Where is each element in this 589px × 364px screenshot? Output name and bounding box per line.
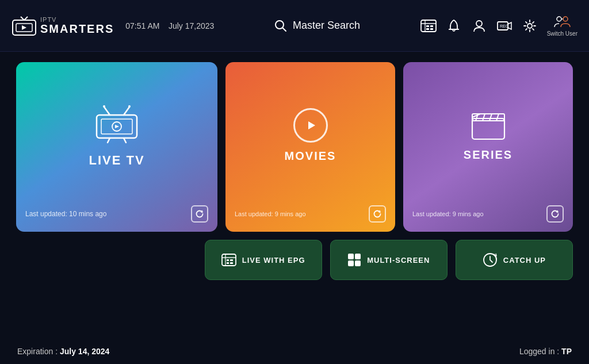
svg-line-27 [124, 107, 129, 115]
series-refresh-button[interactable] [546, 205, 564, 223]
movies-card[interactable]: MOVIES Last updated: 9 mins ago [225, 62, 395, 232]
search-icon [274, 20, 287, 32]
svg-line-6 [282, 28, 286, 31]
live-tv-card[interactable]: LIVE TV Last updated: 10 mins ago [16, 62, 217, 232]
svg-rect-10 [426, 25, 429, 27]
multi-screen-icon [347, 253, 361, 267]
svg-point-21 [563, 17, 568, 21]
live-epg-button[interactable]: LIVE WITH EPG [205, 240, 322, 280]
footer: Expiration : July 14, 2024 Logged in : T… [0, 338, 589, 364]
svg-line-37 [483, 114, 485, 121]
svg-point-20 [557, 17, 561, 21]
svg-point-28 [128, 105, 131, 108]
svg-marker-30 [115, 125, 119, 128]
switch-user-label: Switch User [547, 30, 577, 37]
svg-rect-51 [355, 260, 361, 266]
search-label: Master Search [293, 20, 360, 32]
svg-rect-50 [348, 260, 354, 266]
main-content: LIVE TV Last updated: 10 mins ago [0, 52, 589, 279]
svg-line-38 [489, 114, 492, 121]
epg-icon[interactable] [420, 18, 437, 34]
live-epg-label: LIVE WITH EPG [242, 256, 305, 265]
svg-rect-45 [230, 259, 233, 261]
switch-user-button[interactable]: Switch User [547, 14, 577, 37]
logo-area: IPTV SMARTERS [12, 16, 114, 36]
svg-rect-11 [430, 25, 433, 27]
user-icon[interactable] [471, 18, 487, 34]
expiration-text: Expiration : July 14, 2024 [17, 347, 109, 356]
live-tv-label: LIVE TV [89, 153, 144, 168]
svg-rect-12 [426, 28, 429, 30]
logo-smarters: SMARTERS [40, 23, 114, 35]
bottom-buttons-row: LIVE WITH EPG MULTI-SCREEN [205, 240, 573, 279]
record-icon[interactable]: REC [496, 18, 512, 34]
svg-rect-47 [230, 262, 233, 264]
live-tv-refresh-button[interactable] [191, 205, 208, 223]
live-tv-updated: Last updated: 10 mins ago [25, 210, 106, 218]
notification-icon[interactable] [446, 18, 462, 34]
movies-label: MOVIES [285, 150, 336, 163]
logo-text: IPTV SMARTERS [40, 17, 114, 35]
header: IPTV SMARTERS 07:51 AM July 17,2023 Mast… [0, 0, 589, 52]
catch-up-button[interactable]: CATCH UP [456, 240, 573, 280]
multi-screen-button[interactable]: MULTI-SCREEN [330, 240, 448, 280]
svg-line-39 [496, 114, 499, 121]
series-clapperboard-icon [470, 109, 507, 141]
svg-rect-34 [472, 118, 504, 139]
cards-row: LIVE TV Last updated: 10 mins ago [16, 62, 573, 232]
settings-icon[interactable] [522, 18, 538, 34]
svg-rect-13 [430, 28, 433, 30]
logged-in-text: Logged in : TP [519, 347, 572, 356]
movies-update-bar: Last updated: 9 mins ago [235, 205, 386, 223]
date-display: July 17,2023 [169, 21, 214, 30]
svg-point-19 [527, 24, 532, 28]
series-label: SERIES [464, 148, 512, 162]
movies-series-wrapper: MOVIES Last updated: 9 mins ago [225, 62, 573, 232]
svg-marker-17 [508, 22, 511, 29]
datetime: 07:51 AM July 17,2023 [125, 21, 214, 30]
logo-icon [12, 16, 37, 36]
series-card[interactable]: SERIES Last updated: 9 mins ago [403, 62, 573, 232]
svg-rect-48 [348, 254, 354, 259]
svg-rect-46 [227, 262, 229, 264]
live-epg-icon [221, 254, 236, 266]
svg-rect-44 [227, 259, 229, 261]
series-updated: Last updated: 9 mins ago [412, 210, 484, 217]
movies-play-icon [293, 108, 328, 143]
logged-in-user: TP [561, 347, 572, 356]
catch-up-label: CATCH UP [503, 256, 546, 265]
catch-up-icon [483, 252, 498, 267]
svg-marker-4 [22, 25, 26, 30]
header-icons: REC Switch User [420, 14, 577, 37]
svg-point-26 [103, 105, 105, 108]
logged-in-label: Logged in : [519, 347, 561, 356]
svg-marker-33 [308, 121, 315, 129]
live-tv-icon [94, 104, 140, 144]
movies-refresh-button[interactable] [369, 205, 386, 223]
expiration-label: Expiration : [17, 347, 60, 356]
live-tv-update-bar: Last updated: 10 mins ago [25, 205, 208, 223]
multi-screen-label: MULTI-SCREEN [367, 256, 430, 265]
svg-rect-49 [355, 254, 361, 259]
series-update-bar: Last updated: 9 mins ago [412, 205, 564, 223]
svg-line-25 [104, 107, 110, 115]
movies-updated: Last updated: 9 mins ago [235, 210, 306, 217]
svg-point-15 [476, 21, 482, 26]
svg-text:REC: REC [500, 24, 508, 28]
time-display: 07:51 AM [125, 21, 159, 30]
expiration-date: July 14, 2024 [60, 347, 109, 356]
search-area[interactable]: Master Search [214, 20, 420, 32]
